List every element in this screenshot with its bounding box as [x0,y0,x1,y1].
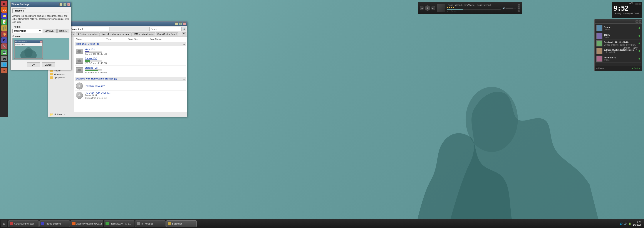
theme-window-close[interactable]: × [67,3,70,6]
sidebar-icon-12[interactable]: ✂ [1,68,7,73]
col-total[interactable]: Total Size [128,38,150,40]
sample-label: Sample: [12,35,70,37]
player-close[interactable]: × [518,9,520,12]
player-volume: 🔊 [502,7,516,9]
cancel-button[interactable]: Cancel [42,62,55,67]
address-bar[interactable]: ≫ Computer ▾ [66,27,110,31]
sidebar-icon-8[interactable]: 🔧 [1,43,7,49]
taskbar-app-4[interactable]: Prosuite2030 - ral S... [104,221,134,227]
col-type[interactable]: Type [106,38,128,40]
player-stars[interactable]: ★★★★☆ [447,6,501,9]
sidebar-icon-1[interactable]: 🖥 [1,1,7,6]
drive-games[interactable]: Games (D:) 108 GB free of 149 GB [75,56,186,66]
taskbar-app-5[interactable]: In - Notepad [135,221,166,227]
hddvd-drive-name[interactable]: HD DVD-ROM Drive (G:) [85,91,185,94]
sidebar-icon-3[interactable]: 📁 [1,13,7,19]
storage-drive-name[interactable]: Storage (E:) [85,66,185,69]
sidebar-apophysis[interactable]: Apophysis [48,76,74,79]
dvdrw-drive-name[interactable]: DVD RW Drive (P:) [85,85,185,87]
system-properties-button[interactable]: 🖥 System properties [76,32,99,36]
im-status[interactable]: ● Online [632,67,640,70]
media-player: ⏮ ⏸ ⏭ Live in Oakland • Tom Waits • Live… [418,2,522,14]
sidebar-wordpress[interactable]: Wordpress [48,72,74,76]
jordan-status: Coffee drinkers, being more trav... [604,44,637,46]
im-footer: ≡ Menu ↓ ● Online [594,66,642,71]
player-play-button[interactable]: ⏸ [425,5,430,11]
removable-section[interactable]: Devices with Removable Storage (2) ▲ [75,77,186,81]
drive-dvdrw[interactable]: DVD RW Drive (P:) [75,82,186,91]
theme-select[interactable]: MockingBird [12,29,42,33]
contact-jordan[interactable]: Jordan l -PitcHo-MaN- Coffee drinkers, b… [596,40,641,47]
start-button[interactable]: ⊞ [1,221,8,227]
vista-bar-container [85,51,102,53]
im-contacts: Bruce Online Tracy Online Jordan l -Pitc… [594,24,642,66]
sample-preview: Active Window Window Text [12,38,70,60]
sidebar-icon-6[interactable]: 🎨 [1,31,7,37]
contact-bruce[interactable]: Bruce Online [596,24,641,32]
tray-network-icon: 🌐 [620,222,623,226]
ok-button[interactable]: OK [27,62,40,67]
hard-drives-section[interactable]: Hard Disk Drives (3) ▲ [75,42,186,46]
search-input[interactable] [150,27,182,31]
bruce-name: Bruce [604,26,637,28]
control-panel-button[interactable]: Open Control Panel [156,32,178,36]
explorer-maximize[interactable]: □ [179,22,182,25]
sidebar-icon-4[interactable]: 📝 [1,19,7,25]
help-button[interactable]: ? [182,32,186,36]
search-icon[interactable]: 🔍 [182,27,186,31]
drive-vista[interactable]: Vista (C:) 207 GB free of 149 GB [75,47,186,56]
player-maximize[interactable]: □ [518,7,520,9]
sidebar-icon-firefox[interactable]: 🦊 [1,7,7,12]
explorer-close[interactable]: × [183,22,186,25]
clock-minimize[interactable]: _ [636,3,638,5]
map-drive-button[interactable]: 🗺 Map network drive [132,32,156,36]
vista-bar [85,51,89,52]
im-menu[interactable]: ≡ Menu ↓ [596,67,605,70]
col-free[interactable]: Free Space [150,38,185,40]
sidebar-icon-5[interactable]: 🎵 [1,25,7,31]
im-minimize[interactable]: _ [636,20,638,23]
contact-tracy[interactable]: Tracy Online [596,32,641,40]
taskbar-app-3-icon [72,222,76,226]
volume-icon: 🔊 [502,7,505,9]
footer-expand[interactable]: ▲ [64,113,66,116]
taskbar-app-1[interactable]: GerstyxMixSorFocci [8,221,39,227]
uninstall-button[interactable]: Uninstall or change a program [100,32,132,36]
volume-fill [506,7,513,8]
games-drive-name[interactable]: Games (D:) [85,57,185,60]
sidebar-icon-9[interactable]: 💻 [1,49,7,55]
col-name[interactable]: Name [76,38,106,40]
drive-storage[interactable]: Storage (E:) 89.3 GB free of 465 GB [75,66,186,75]
tracy-status: Online [604,36,637,38]
volume-bar[interactable] [506,7,516,8]
player-controls: ⏮ ⏸ ⏭ [420,5,435,11]
clock-close[interactable]: × [638,3,641,5]
theme-window-maximize[interactable]: □ [63,3,66,6]
sidebar-icon-10[interactable]: 📷 [1,56,7,61]
dvdrw-icon [76,83,83,90]
player-minimize[interactable]: _ [518,4,520,6]
explorer-minimize[interactable]: _ [175,22,178,25]
taskbar-app-6[interactable]: Blogpotter [166,221,197,227]
player-progress-bar[interactable] [447,9,501,10]
taskbar-app-2-icon [41,222,44,226]
theme-window-minimize[interactable]: _ [60,3,62,6]
delete-button[interactable]: Delete... [58,29,70,33]
player-next-button[interactable]: ⏭ [431,6,435,10]
contact-fermilla[interactable]: Fermilla <3 online [596,55,641,63]
sidebar-icon-11[interactable]: 🌐 [1,62,7,67]
sidebar-icon-7[interactable]: ⚙ [1,37,7,43]
taskbar-app-2[interactable]: Theme ShiShop [40,221,70,227]
left-sidebar: 🖥 🦊 📁 📝 🎵 🎨 ⚙ 🔧 💻 📷 🌐 ✂ [0,0,8,117]
tab-themes[interactable]: Themes [12,8,26,12]
taskbar-app-3[interactable]: Adobe ProducerSock2012 [70,221,103,227]
vista-drive-name[interactable]: Vista (C:) [85,48,185,50]
save-as-button[interactable]: Save As... [43,29,56,33]
player-prev-button[interactable]: ⏮ [420,6,424,10]
tray-icons: 🌐 🔊 🔋 [620,222,632,226]
explorer-footer: 📁 Folders ▲ [48,112,187,116]
hard-drives-label: Hard Disk Drives (3) [76,43,183,45]
storage-hdd-icon [76,67,83,73]
drive-hddvd[interactable]: HD DVD-ROM Drive (G:) Sacred Gold 0 byte… [75,91,186,100]
im-close[interactable]: × [638,20,641,23]
